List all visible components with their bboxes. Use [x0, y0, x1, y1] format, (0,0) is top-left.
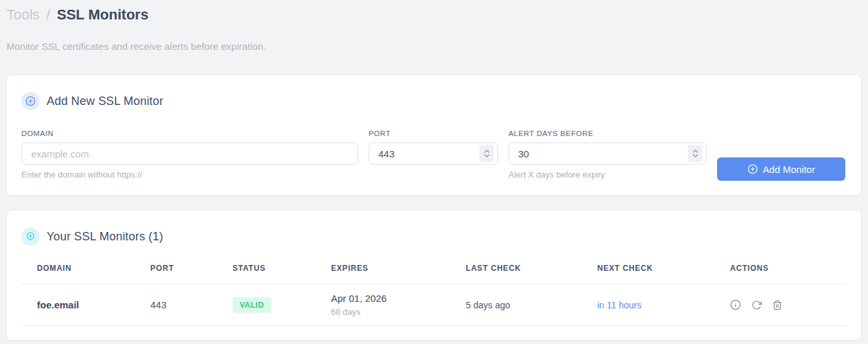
monitors-title: Your SSL Monitors (1) — [47, 230, 163, 244]
alert-days-input[interactable] — [508, 143, 707, 165]
row-port: 443 — [150, 299, 233, 310]
col-header-status: STATUS — [233, 264, 331, 273]
row-expires-days-left: 68 days — [331, 307, 466, 317]
status-badge: VALID — [233, 297, 271, 313]
page-subtitle: Monitor SSL certificates and receive ale… — [6, 40, 862, 53]
port-field-group: PORT — [369, 130, 498, 165]
delete-button[interactable] — [771, 299, 782, 310]
port-label: PORT — [369, 130, 498, 137]
refresh-button[interactable] — [751, 299, 762, 310]
monitors-card: Your SSL Monitors (1) DOMAIN PORT STATUS… — [6, 210, 862, 341]
alert-days-field-group: ALERT DAYS BEFORE Alert X days before ex… — [508, 130, 707, 179]
add-monitor-button[interactable]: Add Monitor — [717, 157, 845, 181]
info-icon — [730, 299, 741, 310]
port-input[interactable] — [369, 143, 498, 165]
add-monitor-card: Add New SSL Monitor DOMAIN Enter the dom… — [6, 75, 862, 196]
row-actions-cell — [730, 299, 847, 310]
alert-days-helper-text: Alert X days before expiry — [508, 170, 707, 179]
row-expires-date: Apr 01, 2026 — [331, 293, 466, 304]
refresh-icon — [751, 300, 762, 310]
col-header-actions: ACTIONS — [730, 264, 847, 273]
col-header-expires: EXPIRES — [331, 264, 466, 273]
page-header: Tools / SSL Monitors Monitor SSL certifi… — [0, 0, 868, 53]
monitors-table: DOMAIN PORT STATUS EXPIRES LAST CHECK NE… — [21, 264, 847, 326]
breadcrumb: Tools / SSL Monitors — [6, 5, 862, 25]
breadcrumb-tools-link[interactable]: Tools — [6, 6, 40, 23]
col-header-domain: DOMAIN — [37, 264, 150, 273]
domain-input[interactable] — [21, 143, 358, 165]
breadcrumb-separator: / — [46, 6, 50, 23]
plus-circle-icon — [21, 92, 40, 110]
row-last-check: 5 days ago — [466, 300, 597, 310]
domain-label: DOMAIN — [21, 130, 358, 137]
chevron-down-icon — [484, 154, 490, 157]
port-stepper[interactable] — [479, 145, 494, 162]
alert-days-stepper[interactable] — [688, 145, 702, 162]
shield-lock-icon — [21, 227, 40, 246]
col-header-port: PORT — [150, 264, 233, 273]
plus-circle-icon — [748, 164, 758, 174]
page-title: SSL Monitors — [57, 6, 148, 23]
row-domain: foe.email — [37, 299, 150, 310]
trash-icon — [772, 300, 782, 310]
chevron-up-icon — [484, 150, 490, 153]
monitors-card-header: Your SSL Monitors (1) — [21, 227, 847, 246]
add-monitor-form: DOMAIN Enter the domain without https://… — [21, 130, 845, 181]
row-status-cell: VALID — [233, 297, 331, 313]
alert-days-label: ALERT DAYS BEFORE — [508, 130, 707, 137]
col-header-last-check: LAST CHECK — [466, 264, 597, 273]
chevron-up-icon — [692, 150, 698, 153]
add-monitor-card-header: Add New SSL Monitor — [21, 92, 845, 110]
add-monitor-title: Add New SSL Monitor — [47, 95, 163, 108]
col-header-next-check: NEXT CHECK — [597, 264, 730, 273]
domain-helper-text: Enter the domain without https:// — [21, 170, 358, 179]
monitors-table-header-row: DOMAIN PORT STATUS EXPIRES LAST CHECK NE… — [21, 264, 847, 284]
info-button[interactable] — [730, 299, 741, 310]
add-monitor-button-label: Add Monitor — [763, 164, 816, 175]
table-row: foe.email 443 VALID Apr 01, 2026 68 days… — [21, 284, 847, 326]
chevron-down-icon — [692, 154, 698, 157]
row-next-check: in 11 hours — [597, 300, 730, 310]
row-expires-cell: Apr 01, 2026 68 days — [331, 293, 466, 317]
domain-field-group: DOMAIN Enter the domain without https:// — [21, 130, 358, 179]
